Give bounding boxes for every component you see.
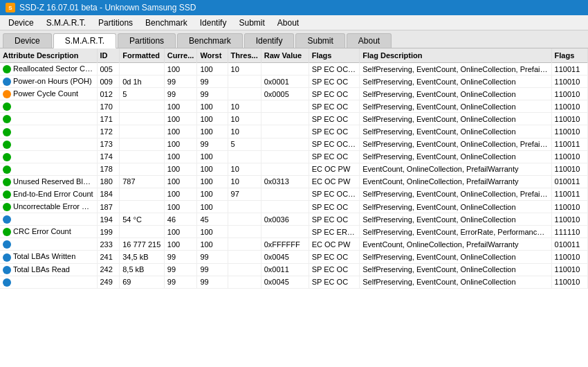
cell-thresh	[228, 263, 261, 276]
table-row[interactable]: CRC Error Count199100100SP EC ER PE OCSe…	[0, 226, 588, 238]
main-content: Attribute DescriptionIDFormattedCurre...…	[0, 48, 588, 367]
cell-formatted	[120, 150, 165, 163]
table-row[interactable]: 2496999990x0045SP EC OCSelfPreserving, E…	[0, 276, 588, 288]
cell-desc	[0, 163, 97, 175]
cell-raw	[261, 100, 309, 113]
cell-raw: 0x0001	[261, 75, 309, 88]
cell-flagdesc: SelfPreserving, EventCount, OnlineCollec…	[360, 113, 551, 125]
smart-table: Attribute DescriptionIDFormattedCurre...…	[0, 48, 588, 289]
cell-flagsnum: 110010	[551, 88, 587, 100]
table-row[interactable]: Reallocated Sector Cou...00510010010SP E…	[0, 63, 588, 75]
cell-flagsnum: 110011	[551, 138, 587, 150]
tab-device[interactable]: Device	[3, 33, 52, 48]
menu-item-s.m.a.r.t.[interactable]: S.M.A.R.T.	[41, 17, 91, 29]
table-row[interactable]: 173100995SP EC OC PWSelfPreserving, Even…	[0, 138, 588, 150]
cell-id: 194	[97, 213, 120, 226]
cell-flagdesc: SelfPreserving, EventCount, OnlineCollec…	[360, 138, 551, 150]
cell-thresh	[228, 213, 261, 226]
col-header-worst[interactable]: Worst	[197, 48, 228, 63]
cell-id: 170	[97, 100, 120, 113]
tab-partitions[interactable]: Partitions	[118, 33, 176, 48]
title-bar: S SSD-Z 16.07.01 beta - Unknown Samsung …	[0, 0, 588, 15]
cell-flags: SP EC OC	[309, 251, 360, 263]
menu-item-about[interactable]: About	[272, 17, 304, 29]
menu-item-device[interactable]: Device	[3, 17, 39, 29]
table-row[interactable]: Power-on Hours (POH)0090d 1h99990x0001SP…	[0, 75, 588, 88]
cell-formatted: 16 777 215	[120, 238, 165, 251]
cell-thresh	[228, 226, 261, 238]
col-header-flags[interactable]: Flags	[551, 48, 587, 63]
cell-id: 009	[97, 75, 120, 88]
cell-flagsnum: 110010	[551, 125, 587, 138]
tab-smart[interactable]: S.M.A.R.T.	[53, 33, 116, 48]
cell-current: 100	[164, 100, 197, 113]
col-header-attributedescription[interactable]: Attribute Description	[0, 48, 97, 63]
table-row[interactable]: 19454 °C46450x0036SP EC OCSelfPreserving…	[0, 213, 588, 226]
table-row[interactable]: Uncorrectable Error Co...187100100SP EC …	[0, 201, 588, 213]
cell-current: 100	[164, 150, 197, 163]
cell-worst: 100	[197, 150, 228, 163]
tab-benchmark[interactable]: Benchmark	[177, 33, 243, 48]
cell-desc	[0, 138, 97, 150]
cell-id: 012	[97, 88, 120, 100]
cell-flags: SP EC ER PE OC	[309, 226, 360, 238]
cell-formatted: 0d 1h	[120, 75, 165, 88]
menu-item-identify[interactable]: Identify	[194, 17, 232, 29]
cell-desc	[0, 238, 97, 251]
cell-worst: 100	[197, 63, 228, 75]
table-row[interactable]: 17010010010SP EC OCSelfPreserving, Event…	[0, 100, 588, 113]
cell-flagsnum: 110010	[551, 150, 587, 163]
col-header-formatted[interactable]: Formatted	[120, 48, 165, 63]
title-text: SSD-Z 16.07.01 beta - Unknown Samsung SS…	[19, 3, 196, 12]
tab-submit[interactable]: Submit	[295, 33, 344, 48]
cell-raw	[261, 125, 309, 138]
table-row[interactable]: Total LBAs Written24134,5 kB99990x0045SP…	[0, 251, 588, 263]
cell-flagsnum: 110010	[551, 251, 587, 263]
tab-about[interactable]: About	[347, 33, 392, 48]
cell-raw: 0x0011	[261, 263, 309, 276]
cell-thresh: 10	[228, 163, 261, 175]
table-row[interactable]: 23316 777 2151001000xFFFFFFEC OC PWEvent…	[0, 238, 588, 251]
cell-current: 100	[164, 238, 197, 251]
col-header-flagdescription[interactable]: Flag Description	[360, 48, 551, 63]
cell-desc: End-to-End Error Count	[0, 188, 97, 200]
table-row[interactable]: 174100100SP EC OCSelfPreserving, EventCo…	[0, 150, 588, 163]
cell-formatted	[120, 163, 165, 175]
table-row[interactable]: 17210010010SP EC OCSelfPreserving, Event…	[0, 125, 588, 138]
cell-formatted	[120, 138, 165, 150]
cell-formatted: 69	[120, 276, 165, 288]
cell-current: 100	[164, 138, 197, 150]
cell-id: 233	[97, 238, 120, 251]
cell-worst: 100	[197, 125, 228, 138]
table-row[interactable]: 17110010010SP EC OCSelfPreserving, Event…	[0, 113, 588, 125]
cell-worst: 100	[197, 188, 228, 200]
cell-worst: 100	[197, 238, 228, 251]
table-row[interactable]: Total LBAs Read2428,5 kB99990x0011SP EC …	[0, 263, 588, 276]
col-header-thres[interactable]: Thres...	[228, 48, 261, 63]
cell-flagsnum: 110010	[551, 113, 587, 125]
cell-worst: 100	[197, 201, 228, 213]
cell-formatted: 8,5 kB	[120, 263, 165, 276]
table-row[interactable]: End-to-End Error Count18410010097SP EC O…	[0, 188, 588, 200]
cell-flagsnum: 110011	[551, 63, 587, 75]
cell-desc: Unused Reserved Block...	[0, 175, 97, 188]
menu-item-partitions[interactable]: Partitions	[93, 17, 138, 29]
col-header-id[interactable]: ID	[97, 48, 120, 63]
cell-desc: Uncorrectable Error Co...	[0, 201, 97, 213]
cell-flagdesc: SelfPreserving, EventCount, OnlineCollec…	[360, 63, 551, 75]
cell-raw: 0x0313	[261, 175, 309, 188]
col-header-rawvalue[interactable]: Raw Value	[261, 48, 309, 63]
menu-item-submit[interactable]: Submit	[233, 17, 270, 29]
table-row[interactable]: 17810010010EC OC PWEventCount, OnlineCol…	[0, 163, 588, 175]
cell-flagsnum: 110010	[551, 263, 587, 276]
tab-identify[interactable]: Identify	[244, 33, 295, 48]
table-row[interactable]: Unused Reserved Block...180787100100100x…	[0, 175, 588, 188]
cell-raw	[261, 201, 309, 213]
cell-flagdesc: SelfPreserving, EventCount, OnlineCollec…	[360, 150, 551, 163]
menu-item-benchmark[interactable]: Benchmark	[140, 17, 193, 29]
cell-thresh	[228, 251, 261, 263]
col-header-flags[interactable]: Flags	[309, 48, 360, 63]
cell-thresh	[228, 150, 261, 163]
table-row[interactable]: Power Cycle Count012599990x0005SP EC OCS…	[0, 88, 588, 100]
col-header-curre[interactable]: Curre...	[164, 48, 197, 63]
